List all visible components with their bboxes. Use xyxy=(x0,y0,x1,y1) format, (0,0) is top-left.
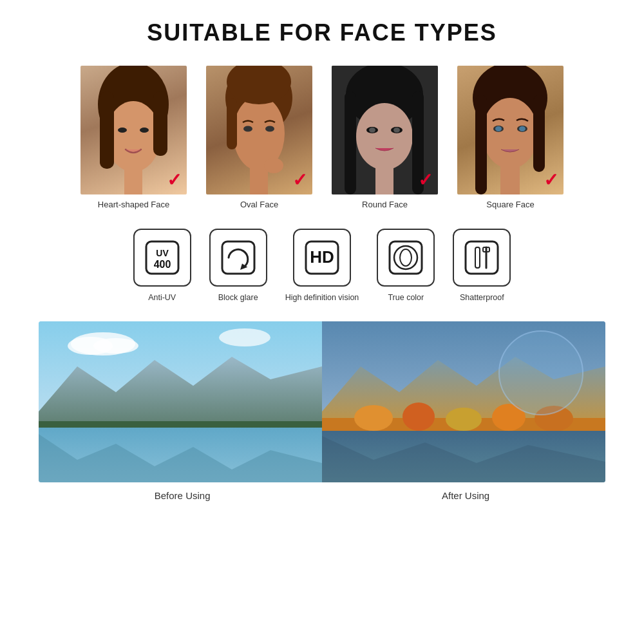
shatterproof-label: Shatterproof xyxy=(460,293,504,302)
svg-rect-2 xyxy=(100,91,114,169)
before-image xyxy=(39,321,322,482)
svg-point-23 xyxy=(369,128,375,133)
svg-text:400: 400 xyxy=(153,259,171,270)
svg-rect-11 xyxy=(250,166,268,194)
svg-point-1 xyxy=(106,101,160,172)
anti-uv-icon-box: UV 400 xyxy=(133,229,191,287)
svg-point-14 xyxy=(265,126,274,132)
true-color-label: True color xyxy=(388,293,424,302)
page-container: SUITABLE FOR FACE TYPES xyxy=(0,0,644,644)
anti-uv-label: Anti-UV xyxy=(148,293,176,302)
face-image-heart: ✓ xyxy=(80,66,187,194)
svg-text:UV: UV xyxy=(156,248,169,258)
svg-point-32 xyxy=(495,126,502,131)
face-item-heart: ✓ Heart-shaped Face xyxy=(80,66,187,209)
hd-icon: HD xyxy=(303,238,341,277)
checkmark-round: ✓ xyxy=(418,171,433,189)
block-glare-icon-box xyxy=(209,229,267,287)
comparison-labels: Before Using After Using xyxy=(39,490,605,501)
anti-uv-icon: UV 400 xyxy=(143,238,182,277)
face-types-section: ✓ Heart-shaped Face xyxy=(39,66,605,209)
svg-text:HD: HD xyxy=(310,247,334,267)
face-item-square: ✓ Square Face xyxy=(457,66,564,209)
svg-rect-28 xyxy=(533,95,545,172)
face-item-round: ✓ Round Face xyxy=(332,66,438,209)
feature-true-color: True color xyxy=(377,229,435,302)
svg-rect-29 xyxy=(500,166,520,194)
svg-rect-3 xyxy=(153,91,167,156)
feature-anti-uv: UV 400 Anti-UV xyxy=(133,229,191,302)
svg-point-5 xyxy=(118,128,127,133)
before-scene-svg xyxy=(39,321,322,482)
face-image-oval: ✓ xyxy=(206,66,312,194)
checkmark-square: ✓ xyxy=(544,171,558,189)
face-label-oval: Oval Face xyxy=(240,200,278,209)
after-scene-svg xyxy=(322,321,605,482)
true-color-icon-box xyxy=(377,229,435,287)
svg-point-13 xyxy=(243,126,252,132)
hd-icon-box: HD xyxy=(293,229,351,287)
svg-rect-18 xyxy=(345,91,356,194)
svg-point-62 xyxy=(446,408,482,431)
svg-rect-10 xyxy=(227,98,237,149)
svg-point-33 xyxy=(519,126,526,131)
block-glare-icon xyxy=(219,238,258,277)
after-image xyxy=(322,321,605,482)
svg-rect-20 xyxy=(375,166,393,194)
features-section: UV 400 Anti-UV Block glare xyxy=(39,229,605,302)
after-label: After Using xyxy=(442,490,489,501)
face-image-round: ✓ xyxy=(332,66,438,194)
comparison-section: Before Using After Using xyxy=(39,321,605,501)
svg-point-24 xyxy=(393,128,400,133)
svg-point-17 xyxy=(356,103,413,170)
face-label-square: Square Face xyxy=(486,200,534,209)
svg-point-55 xyxy=(93,338,138,354)
svg-rect-4 xyxy=(124,166,142,194)
face-image-square: ✓ xyxy=(457,66,564,194)
face-label-round: Round Face xyxy=(362,200,408,209)
svg-point-60 xyxy=(354,405,393,431)
feature-shatterproof: Shatterproof xyxy=(453,229,511,302)
svg-rect-45 xyxy=(475,247,480,268)
svg-rect-37 xyxy=(222,242,254,274)
svg-point-61 xyxy=(402,402,435,431)
checkmark-oval: ✓ xyxy=(292,171,307,189)
block-glare-label: Block glare xyxy=(218,293,258,302)
shatterproof-icon xyxy=(462,238,501,277)
svg-rect-44 xyxy=(466,242,498,274)
feature-block-glare: Block glare xyxy=(209,229,267,302)
feature-hd: HD High definition vision xyxy=(285,229,359,302)
svg-point-67 xyxy=(499,331,583,415)
face-label-heart: Heart-shaped Face xyxy=(98,200,169,209)
face-item-oval: ✓ Oval Face xyxy=(206,66,312,209)
checkmark-heart: ✓ xyxy=(167,171,182,189)
page-title: SUITABLE FOR FACE TYPES xyxy=(147,19,497,46)
before-label: Before Using xyxy=(155,490,211,501)
svg-point-26 xyxy=(482,98,538,169)
svg-point-43 xyxy=(400,249,412,266)
hd-label: High definition vision xyxy=(285,293,359,302)
comparison-images xyxy=(39,321,605,482)
svg-point-56 xyxy=(219,328,270,346)
svg-rect-27 xyxy=(475,95,487,194)
true-color-icon xyxy=(386,238,425,277)
svg-point-6 xyxy=(140,128,149,133)
svg-point-12 xyxy=(264,158,283,173)
shatterproof-icon-box xyxy=(453,229,511,287)
